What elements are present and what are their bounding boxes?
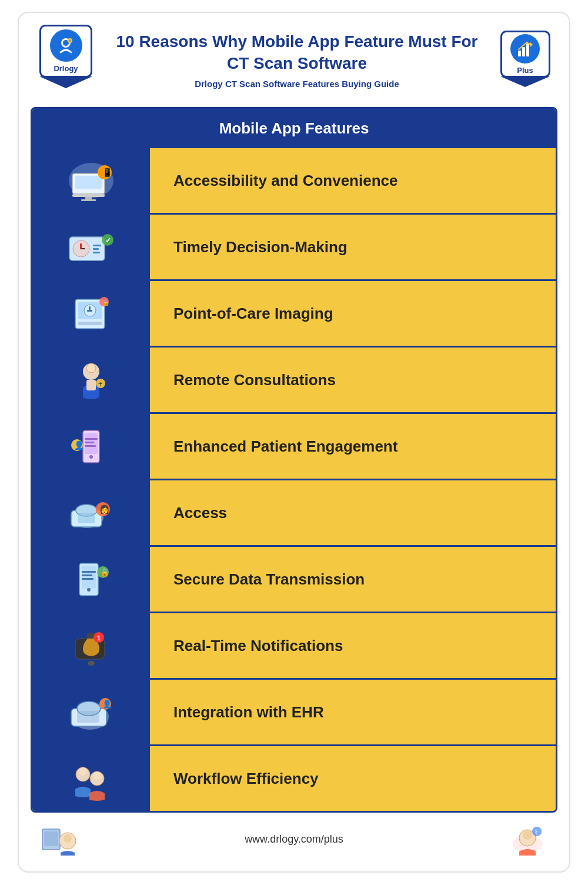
svg-point-71 (79, 767, 87, 776)
feature-label-6: Access (173, 504, 227, 522)
svg-point-73 (93, 771, 101, 780)
text-cell-9: Integration with EHR (150, 680, 556, 744)
svg-point-34 (86, 363, 96, 373)
text-cell-8: Real-Time Notifications (150, 613, 556, 678)
feature-label-8: Real-Time Notifications (173, 637, 343, 655)
drlogy-logo-icon: + (50, 29, 82, 62)
svg-rect-55 (82, 574, 92, 576)
svg-rect-19 (81, 248, 85, 249)
icon-cell-5: 👤 (32, 414, 150, 479)
svg-text:1: 1 (97, 634, 101, 642)
plus-badge: Plus (499, 31, 552, 89)
table-row: 👤 Enhanced Patient Engagement (32, 414, 556, 480)
svg-rect-30 (78, 322, 102, 325)
feature-label-2: Timely Decision-Making (173, 238, 348, 256)
svg-text:👤: 👤 (74, 440, 85, 450)
svg-rect-21 (93, 248, 99, 250)
table-row: 1 Real-Time Notifications (32, 613, 556, 680)
svg-rect-49 (78, 513, 95, 523)
feature-label-7: Secure Data Transmission (173, 570, 365, 589)
accessibility-icon: 📱 (59, 154, 123, 207)
svg-text:👩: 👩 (99, 505, 110, 514)
chevron-3 (150, 284, 163, 343)
text-cell-7: Secure Data Transmission (150, 547, 556, 612)
svg-rect-39 (85, 433, 98, 454)
svg-rect-4 (518, 51, 521, 56)
svg-point-80 (523, 830, 532, 840)
ehr-icon: 👤 (59, 686, 123, 739)
text-cell-4: Remote Consultations (150, 348, 556, 412)
workflow-icon (59, 752, 123, 805)
feature-label-9: Integration with EHR (173, 703, 324, 721)
main-title: 10 Reasons Why Mobile App Feature Must F… (104, 31, 490, 74)
chevron-4 (150, 350, 163, 409)
point-of-care-icon: 🔒 (59, 287, 123, 340)
chevron-6 (150, 483, 163, 542)
feature-label-1: Accessibility and Convenience (173, 172, 397, 190)
patient-engagement-icon: 👤 (59, 420, 123, 473)
svg-rect-11 (72, 194, 105, 197)
svg-rect-29 (87, 310, 92, 312)
drlogy-chevron (39, 76, 92, 88)
svg-text:+: + (98, 379, 103, 388)
icon-cell-7: 🔒 (32, 547, 150, 612)
icon-cell-10 (32, 746, 150, 811)
svg-text:✓: ✓ (105, 236, 111, 245)
svg-rect-22 (93, 252, 100, 253)
table-row: 👩 Access (32, 480, 556, 547)
icon-cell-4: + (32, 348, 150, 412)
page-wrapper: + Drlogy 10 Reasons Why Mobile App Featu… (18, 12, 570, 873)
svg-text:+: + (69, 39, 71, 43)
svg-rect-53 (82, 566, 96, 589)
drlogy-logo-box: + Drlogy (39, 25, 92, 78)
plus-label: Plus (517, 66, 533, 75)
table-row: 🔒 Point-of-Care Imaging (32, 281, 556, 348)
svg-text:⚕: ⚕ (534, 828, 538, 836)
text-cell-10: Workflow Efficiency (150, 746, 556, 811)
svg-point-77 (64, 834, 72, 843)
table-header: Mobile App Features (32, 109, 556, 148)
notifications-icon: 1 (59, 619, 123, 672)
svg-text:🔒: 🔒 (100, 567, 110, 577)
feature-label-4: Remote Consultations (173, 371, 336, 389)
remote-consultations-icon: + (59, 353, 123, 406)
svg-text:🔒: 🔒 (102, 298, 109, 306)
feature-label-3: Point-of-Care Imaging (173, 305, 333, 323)
svg-rect-41 (85, 442, 94, 443)
icon-cell-8: 1 (32, 613, 150, 678)
text-cell-3: Point-of-Care Imaging (150, 281, 556, 346)
chevron-7 (150, 550, 163, 609)
svg-rect-56 (82, 578, 93, 580)
chevron-10 (150, 749, 163, 808)
plus-icon (510, 34, 540, 64)
text-cell-5: Enhanced Patient Engagement (150, 414, 556, 479)
icon-cell-9: 👤 (32, 680, 150, 744)
timely-icon: ✓ (59, 220, 123, 273)
icon-cell-1: 📱 (32, 148, 150, 213)
svg-rect-13 (81, 199, 96, 201)
chevron-5 (150, 417, 163, 476)
icon-cell-2: ✓ (32, 215, 150, 279)
subtitle: Drlogy CT Scan Software Features Buying … (104, 79, 490, 89)
drlogy-logo-badge: + Drlogy (36, 25, 95, 95)
svg-rect-67 (77, 711, 99, 723)
svg-point-61 (88, 661, 95, 666)
svg-rect-20 (93, 245, 101, 246)
secure-data-icon: 🔒 (59, 553, 123, 606)
feature-label-5: Enhanced Patient Engagement (173, 437, 397, 456)
svg-rect-75 (44, 831, 58, 846)
icon-cell-6: 👩 (32, 480, 150, 545)
text-cell-2: Timely Decision-Making (150, 215, 556, 279)
plus-chevron (500, 76, 550, 87)
table-row: Workflow Efficiency (32, 746, 556, 811)
table-row: 🔒 Secure Data Transmission (32, 547, 556, 613)
svg-point-57 (87, 588, 91, 592)
svg-text:👤: 👤 (102, 699, 112, 709)
table-row: 👤 Integration with EHR (32, 680, 556, 746)
footer-left-icon (36, 821, 83, 857)
drlogy-label: Drlogy (54, 64, 78, 73)
footer-right-icon: ⚕ (505, 821, 552, 857)
svg-rect-54 (82, 571, 96, 573)
svg-point-43 (89, 455, 93, 459)
svg-rect-6 (526, 44, 529, 56)
